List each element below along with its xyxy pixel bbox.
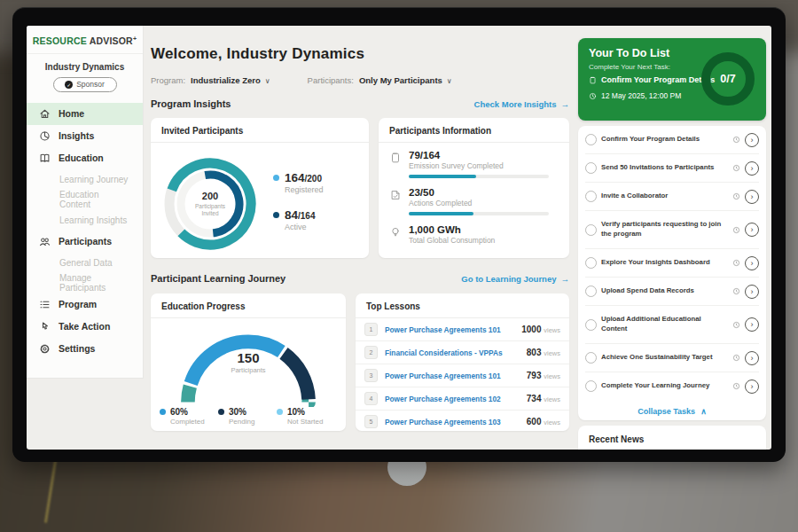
todo-card: Your To Do List Complete Your Next Task:… <box>578 38 766 121</box>
participants-select[interactable]: Participants:Only My Participants∨ <box>308 75 452 85</box>
participants-information-card: Participants Information 79/164 Emission… <box>379 118 569 258</box>
lesson-link[interactable]: Power Purchase Agreements 101 <box>385 325 521 334</box>
task-chevron-button[interactable]: › <box>745 317 759 332</box>
go-to-learning-journey-link[interactable]: Go to Learning Journey → <box>461 274 569 284</box>
lesson-link[interactable]: Power Purchase Agreements 101 <box>385 372 527 380</box>
task-row[interactable]: Complete Your Learning Journey › <box>585 372 759 400</box>
invited-participants-title: Invited Participants <box>151 118 369 143</box>
lesson-link[interactable]: Power Purchase Agreements 102 <box>385 395 527 403</box>
task-label: Invite a Collaborator <box>601 192 728 201</box>
check-more-insights-link[interactable]: Check More Insights → <box>474 99 569 109</box>
chevron-right-icon: › <box>751 382 754 391</box>
pending-dot-icon <box>218 409 224 415</box>
lesson-link[interactable]: Financial Considerations - VPPAs <box>385 348 527 357</box>
sidebar-item-learning-journey[interactable]: Learning Journey <box>27 169 143 190</box>
lesson-row: 2 Financial Considerations - VPPAs 803 v… <box>356 340 569 364</box>
task-checkbox[interactable] <box>585 134 597 145</box>
monitor-bezel: RESOURCE ADVISOR+ Industry Dynamics ✓ Sp… <box>12 7 786 462</box>
todo-next-task: Confirm Your Program Details <box>589 75 715 84</box>
task-list-card: Confirm Your Program Details › Send 50 I… <box>578 126 766 420</box>
task-chevron-button[interactable]: › <box>745 161 759 176</box>
stat-consumption: 1,000 GWh Total Global Consumption <box>379 217 569 246</box>
task-checkbox[interactable] <box>585 380 597 392</box>
task-clock-icon <box>732 354 740 362</box>
task-label: Upload Additional Educational Content <box>601 315 728 333</box>
task-row[interactable]: Send 50 Invitations to Participants › <box>585 153 759 182</box>
task-checkbox[interactable] <box>585 224 597 236</box>
task-row[interactable]: Confirm Your Program Details › <box>585 126 759 153</box>
legend-registered: 164/200 Registered <box>273 171 324 194</box>
education-gauge-chart <box>170 325 326 407</box>
task-chevron-button[interactable]: › <box>745 351 759 365</box>
chevron-right-icon: › <box>751 136 754 145</box>
task-row[interactable]: Verify participants requesting to join t… <box>585 210 759 248</box>
participants-information-title: Participants Information <box>379 118 569 143</box>
stat-actions: 23/50 Actions Completed <box>379 180 569 217</box>
task-checkbox[interactable] <box>585 286 597 297</box>
task-label: Achieve One Sustainability Target <box>601 353 728 363</box>
sidebar-item-program[interactable]: Program <box>27 293 143 316</box>
insights-icon <box>39 130 51 142</box>
actions-icon <box>389 189 402 201</box>
lesson-rank: 4 <box>364 392 378 405</box>
recent-news-card: Recent News <box>578 426 766 450</box>
participants-icon <box>39 236 51 247</box>
sidebar-item-participants[interactable]: Participants <box>27 231 143 253</box>
sponsor-icon: ✓ <box>65 81 73 89</box>
task-checkbox[interactable] <box>585 191 597 202</box>
sidebar-item-learning-insights[interactable]: Learning Insights <box>27 210 143 231</box>
task-clock-icon <box>732 226 740 234</box>
legend-not-started: 10% Not Started <box>277 407 335 426</box>
task-checkbox[interactable] <box>585 352 597 364</box>
sidebar-item-education-content[interactable]: Education Content <box>27 190 143 210</box>
recent-news-title: Recent News <box>578 426 766 450</box>
task-label: Upload Spend Data Records <box>601 286 728 296</box>
task-chevron-button[interactable]: › <box>745 285 759 299</box>
sidebar-item-settings[interactable]: Settings <box>27 338 143 360</box>
todo-progress-ring: 0/7 <box>701 52 755 106</box>
task-chevron-button[interactable]: › <box>745 256 759 270</box>
task-row[interactable]: Invite a Collaborator › <box>585 182 759 210</box>
clock-icon <box>589 92 597 100</box>
education-progress-card: Education Progress 150 Participants 60% … <box>151 293 346 431</box>
sidebar-item-manage-participants[interactable]: Manage Participants <box>27 273 143 293</box>
chevron-down-icon[interactable]: ∨ <box>447 77 452 85</box>
chevron-down-icon[interactable]: ∨ <box>265 77 270 85</box>
task-row[interactable]: Explore Your Insights Dashboard › <box>585 248 759 277</box>
task-label: Confirm Your Program Details <box>601 135 728 145</box>
task-label: Explore Your Insights Dashboard <box>601 258 728 268</box>
task-chevron-button[interactable]: › <box>745 223 759 237</box>
lesson-rank: 5 <box>364 415 378 428</box>
task-clock-icon <box>732 287 740 295</box>
sidebar-item-take-action[interactable]: Take Action <box>27 316 143 338</box>
task-clock-icon <box>732 321 740 329</box>
task-chevron-button[interactable]: › <box>745 379 759 394</box>
task-chevron-button[interactable]: › <box>745 190 759 204</box>
chevron-right-icon: › <box>751 164 754 173</box>
collapse-tasks-link[interactable]: Collapse Tasks ∧ <box>578 400 766 423</box>
clipboard-icon <box>589 76 597 84</box>
gauge-legend: 60% Completed 30% Pending 10% Not Starte… <box>160 407 337 426</box>
task-chevron-button[interactable]: › <box>745 133 759 147</box>
survey-icon <box>389 152 402 164</box>
lesson-link[interactable]: Power Purchase Agreements 103 <box>385 418 527 426</box>
task-checkbox[interactable] <box>585 162 597 174</box>
registered-dot-icon <box>273 175 279 181</box>
education-progress-title: Education Progress <box>151 293 346 318</box>
sidebar-item-home[interactable]: Home <box>27 103 143 125</box>
legend-active: 84/164 Active <box>273 208 324 231</box>
sidebar-item-insights[interactable]: Insights <box>27 125 143 147</box>
consumption-icon <box>389 226 402 239</box>
book-icon <box>39 153 51 164</box>
task-checkbox[interactable] <box>585 257 597 269</box>
invited-donut-chart <box>158 152 262 256</box>
program-insights-title: Program Insights <box>151 98 231 109</box>
task-row[interactable]: Upload Spend Data Records › <box>585 277 759 305</box>
program-select[interactable]: Program:Industrialize Zero∨ <box>151 75 270 85</box>
task-row[interactable]: Achieve One Sustainability Target › <box>585 343 759 372</box>
task-row[interactable]: Upload Additional Educational Content › <box>585 305 759 343</box>
task-checkbox[interactable] <box>585 319 597 331</box>
task-label: Complete Your Learning Journey <box>601 381 728 391</box>
sidebar-item-general-data[interactable]: General Data <box>27 253 143 273</box>
sidebar-item-education[interactable]: Education <box>27 147 143 169</box>
